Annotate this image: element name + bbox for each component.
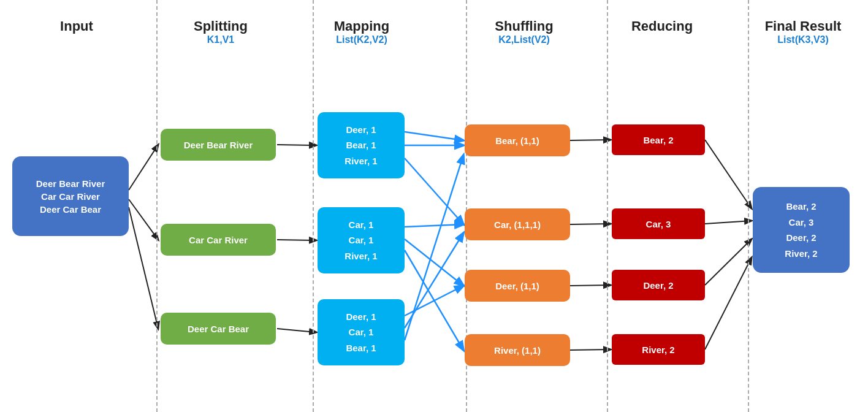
shuffle-box-4: River, (1,1) bbox=[465, 334, 570, 366]
svg-line-22 bbox=[705, 258, 752, 349]
split-box-1: Deer Bear River bbox=[161, 129, 276, 161]
svg-line-2 bbox=[129, 207, 158, 329]
svg-line-6 bbox=[405, 132, 463, 140]
divider-5 bbox=[748, 0, 749, 412]
arrows-layer bbox=[0, 0, 868, 412]
shuffle-box-1: Bear, (1,1) bbox=[465, 124, 570, 156]
svg-line-19 bbox=[705, 140, 752, 208]
svg-line-14 bbox=[405, 155, 463, 340]
svg-line-20 bbox=[705, 221, 752, 224]
shuffle-box-2: Car, (1,1,1) bbox=[465, 208, 570, 240]
stage-header-splitting: Splitting K1,V1 bbox=[159, 18, 282, 45]
map-box-1: Deer, 1 Bear, 1 River, 1 bbox=[318, 112, 405, 178]
svg-line-8 bbox=[405, 158, 463, 224]
svg-line-12 bbox=[405, 286, 463, 316]
svg-line-16 bbox=[570, 224, 611, 224]
divider-2 bbox=[313, 0, 314, 412]
final-box: Bear, 2 Car, 3 Deer, 2 River, 2 bbox=[753, 187, 850, 273]
split-box-3: Deer Car Bear bbox=[161, 313, 276, 345]
map-box-2: Car, 1 Car, 1 River, 1 bbox=[318, 207, 405, 273]
svg-line-1 bbox=[129, 199, 158, 240]
reduce-box-1: Bear, 2 bbox=[612, 124, 705, 155]
split-box-2: Car Car River bbox=[161, 224, 276, 256]
stage-header-mapping: Mapping List(K2,V2) bbox=[300, 18, 423, 45]
svg-line-3 bbox=[277, 145, 316, 145]
svg-line-15 bbox=[570, 140, 611, 140]
map-box-3: Deer, 1 Car, 1 Bear, 1 bbox=[318, 299, 405, 365]
svg-line-11 bbox=[405, 250, 463, 350]
stage-header-shuffling: Shuffling K2,List(V2) bbox=[463, 18, 585, 45]
svg-line-0 bbox=[129, 145, 158, 190]
stage-header-final: Final Result List(K3,V3) bbox=[745, 18, 861, 45]
svg-line-4 bbox=[277, 240, 316, 240]
svg-line-13 bbox=[405, 233, 463, 328]
reduce-box-2: Car, 3 bbox=[612, 208, 705, 239]
svg-line-9 bbox=[405, 224, 463, 227]
stage-header-input: Input bbox=[18, 18, 135, 34]
svg-line-10 bbox=[405, 239, 463, 286]
svg-line-17 bbox=[570, 285, 611, 286]
divider-4 bbox=[607, 0, 608, 412]
svg-line-21 bbox=[705, 239, 752, 285]
shuffle-box-3: Deer, (1,1) bbox=[465, 270, 570, 302]
divider-1 bbox=[156, 0, 158, 412]
reduce-box-3: Deer, 2 bbox=[612, 270, 705, 300]
svg-line-18 bbox=[570, 349, 611, 350]
svg-line-5 bbox=[277, 329, 316, 332]
stage-header-reducing: Reducing bbox=[607, 18, 717, 34]
reduce-box-4: River, 2 bbox=[612, 334, 705, 365]
input-box: Deer Bear River Car Car River Deer Car B… bbox=[12, 156, 129, 236]
